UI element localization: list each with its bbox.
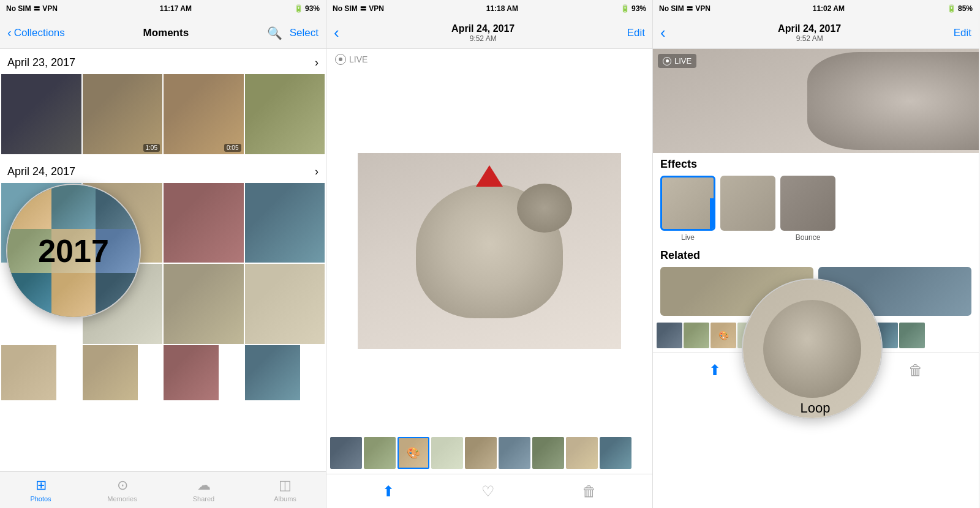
nav-title-2: April 24, 2017 9:52 AM [339,23,627,43]
heart-button-2[interactable]: ♡ [481,483,495,500]
nav-back-1[interactable]: ‹ Collections [7,26,65,40]
effect-live[interactable]: Live [660,176,715,242]
status-left-3: No SIM 〓 VPN [659,4,710,14]
status-bar-2: No SIM 〓 VPN 11:18 AM 🔋 93% [326,0,652,17]
thumbnail[interactable] [431,437,463,469]
tab-albums-label: Albums [274,495,296,502]
nav-bar-1: ‹ Collections Moments 🔍 Select [0,17,326,49]
loop-magnifier-inner [743,280,881,418]
thumbnail[interactable] [532,437,564,469]
thumbnail[interactable] [657,323,682,348]
thumbnail[interactable] [566,437,598,469]
status-bar-1: No SIM 〓 VPN 11:17 AM 🔋 93% [0,0,326,17]
top-photo-content [653,49,979,153]
collections-back-label[interactable]: Collections [14,27,65,39]
thumbnail[interactable] [364,437,396,469]
photo-cell[interactable] [1,74,81,154]
share-button-3[interactable]: ⬆ [709,362,721,379]
status-right-3: 🔋 85% [947,4,973,13]
date-label-apr23: April 23, 2017 [7,56,75,69]
thumbnail[interactable] [499,437,530,469]
select-button-1[interactable]: Select [290,27,318,39]
photo-cell[interactable] [245,264,325,344]
photo-time-sub: 9:52 AM [470,34,497,43]
effect-thumb-loop[interactable] [720,176,775,231]
tab-photos-label: Photos [30,495,51,502]
edit-button-3[interactable]: Edit [954,27,971,39]
edit-button-2[interactable]: Edit [627,27,645,39]
search-icon-1[interactable]: 🔍 [267,26,282,40]
photo-cell[interactable] [164,264,244,344]
video-badge: 0:05 [224,144,241,152]
tab-photos[interactable]: ⊞ Photos [0,477,81,502]
photo-cell[interactable] [245,183,325,263]
tab-memories[interactable]: ⊙ Memories [81,477,163,502]
nav-back-3[interactable]: ‹ [660,23,666,42]
status-right-1: 🔋 93% [294,4,320,13]
effect-thumb-live[interactable] [660,176,715,231]
effects-row: Live Bounce [660,176,971,242]
effect-thumb-content [662,177,714,229]
photo-cell[interactable] [1,345,56,400]
thumbnail[interactable] [899,323,925,348]
nav-right-2: Edit [627,27,645,39]
photo-cell[interactable]: 0:05 [164,74,244,154]
action-bar-2: ⬆ ♡ 🗑 [326,474,652,508]
main-photo-area[interactable] [326,70,652,432]
effects-time-sub: 9:52 AM [796,34,823,43]
delete-button-2[interactable]: 🗑 [582,483,597,500]
nav-title-3: April 24, 2017 9:52 AM [666,23,954,43]
tab-memories-label: Memories [107,495,137,502]
status-bar-3: No SIM 〓 VPN 11:02 AM 🔋 85% [653,0,979,17]
thumbnail[interactable] [465,437,497,469]
nav-bar-3: ‹ April 24, 2017 9:52 AM Edit [653,17,979,49]
effect-thumb-bounce[interactable] [780,176,835,231]
share-button-2[interactable]: ⬆ [382,483,394,500]
photo-cell[interactable] [245,345,300,400]
status-time-1: 11:17 AM [160,4,192,13]
effect-loop[interactable] [720,176,775,242]
content-1: April 23, 2017 › 1:05 0:05 April 24, 201… [0,49,326,471]
related-title: Related [660,249,971,262]
memories-icon: ⊙ [117,477,128,493]
delete-button-3[interactable]: 🗑 [908,362,923,379]
video-badge: 1:05 [143,144,160,152]
photo-grid-apr24b [0,345,326,400]
photo-cell[interactable] [164,345,219,400]
effect-bounce[interactable]: Bounce [780,176,835,242]
live-label-2: LIVE [349,54,368,64]
thumbnail[interactable] [684,323,709,348]
battery-pct-1: 🔋 93% [294,4,320,13]
chevron-right-apr24: › [315,165,318,178]
date-header-apr23[interactable]: April 23, 2017 › [0,49,326,74]
albums-icon: ◫ [279,477,292,493]
nav-title-1: Moments [65,27,267,39]
photo-cell[interactable] [83,345,138,400]
thumbnail-strip-2: 🎨 [326,432,652,474]
no-sim-label-2: No SIM 〓 VPN [333,4,384,14]
thumbnail[interactable] [600,437,631,469]
thumbnail[interactable] [330,437,362,469]
tab-albums[interactable]: ◫ Albums [244,477,326,502]
tab-shared-label: Shared [193,495,214,502]
panel-photo-view: No SIM 〓 VPN 11:18 AM 🔋 93% ‹ April 24, … [326,0,653,508]
nav-back-2[interactable]: ‹ [334,23,339,42]
main-photo-image[interactable] [358,153,621,349]
live-badge-2[interactable]: LIVE [326,49,652,70]
animal-silhouette [807,52,979,150]
mag-cell [51,273,96,317]
status-right-2: 🔋 93% [620,4,646,13]
photo-cell[interactable] [164,183,244,263]
photo-cell[interactable] [245,74,325,154]
chevron-right-apr23: › [315,56,318,69]
photo-cell[interactable]: 1:05 [83,74,163,154]
date-label-apr24: April 24, 2017 [7,165,75,178]
photos-icon: ⊞ [36,477,47,493]
tab-shared[interactable]: ☁ Shared [163,477,244,502]
top-photo-strip[interactable]: LIVE [653,49,979,153]
effect-live-label: Live [681,233,695,242]
thumbnail[interactable]: 🎨 [710,323,736,348]
thumbnail-selected[interactable]: 🎨 [398,437,429,469]
thumb-icon: 🎨 [710,323,736,348]
date-header-apr24[interactable]: April 24, 2017 › [0,158,326,183]
